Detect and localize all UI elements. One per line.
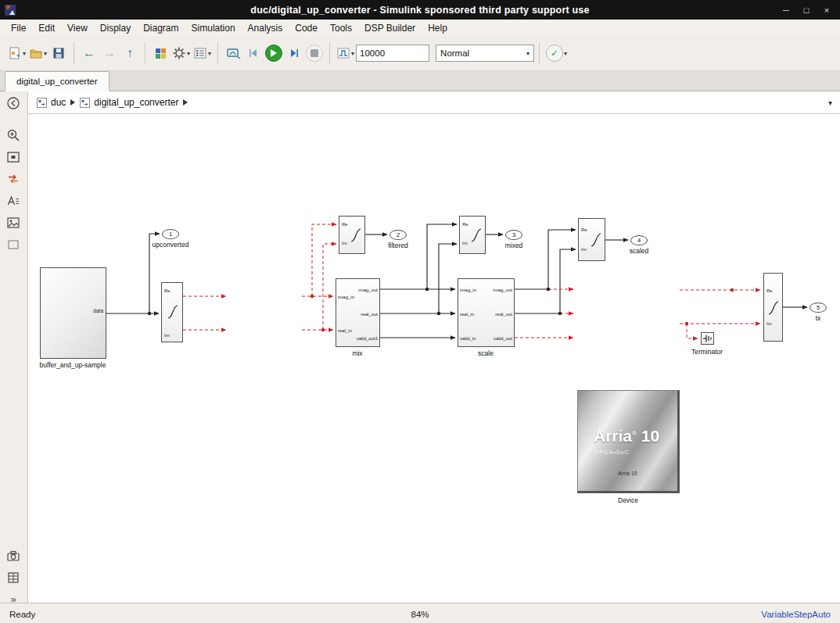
breadcrumb-dropdown-icon[interactable]: ▾ [828,98,832,107]
menu-file[interactable]: File [5,21,32,35]
mix-block[interactable]: imag_out imag_in real_out real_in valid_… [336,278,380,347]
close-button[interactable]: × [821,5,832,15]
solver-link[interactable]: VariableStepAuto [761,610,831,619]
hide-explorer-button[interactable] [5,95,21,111]
tab-digital-up-converter[interactable]: digital_up_converter [5,71,109,91]
maximize-button[interactable]: □ [801,5,812,15]
terminator-block[interactable] [701,332,714,345]
outport-3-label: mixed [475,242,553,249]
up-arrow-icon: ↑ [127,47,133,59]
step-back-icon [246,46,260,60]
menu-dsp-builder[interactable]: DSP Builder [358,21,422,35]
port-label-re: Re [462,222,468,227]
outport-2[interactable]: 2 [389,230,407,240]
outport-number: 4 [637,237,641,244]
step-back-button[interactable] [243,42,264,64]
model-advisor-button[interactable]: ✓ ▾ [544,42,569,64]
buffer-and-upsample-block[interactable]: data [40,267,106,359]
navigate-forward-button[interactable]: → [99,42,120,64]
re-im-block-tx[interactable]: Re Im [763,273,783,342]
menu-analysis[interactable]: Analysis [242,21,289,35]
run-button[interactable] [264,42,284,64]
image-button[interactable] [5,215,21,231]
block-name-buffer: buffer_and_up-sample [38,361,108,369]
menu-help[interactable]: Help [422,21,454,35]
new-model-button[interactable]: ▾ [6,42,27,64]
stop-time-input[interactable] [356,45,429,62]
breadcrumb-item-duc[interactable]: duc [34,95,68,109]
save-model-button[interactable] [48,42,69,64]
model-canvas[interactable]: data buffer_and_up-sample Re Im 1 upconv… [28,114,840,603]
menubar: File Edit View Display Diagram Simulatio… [0,20,840,36]
breadcrumb-label: digital_up_converter [94,97,178,108]
breadcrumb-item-digital-up-converter[interactable]: digital_up_converter [77,95,181,109]
outport-4[interactable]: 4 [630,235,648,245]
re-im-block-split[interactable]: Re Im [161,282,183,342]
minimize-button[interactable]: ─ [781,5,792,15]
magnifier-plus-icon [6,128,20,142]
terminator-icon [702,334,713,343]
scale-block[interactable]: imag_in real_in valid_in imag_out real_o… [458,278,515,347]
breadcrumb-separator-icon [70,99,75,106]
outport-number: 2 [397,231,400,238]
block-name-scale: scale [462,349,509,357]
main-toolbar: ▾ ▾ ← → ↑ ▾ ▾ [0,36,840,71]
port-label-im: Im [342,241,347,245]
simulink-app-icon [5,5,16,16]
forward-arrow-icon: → [103,47,116,59]
explorer-bar-button[interactable] [5,570,21,585]
menu-simulation[interactable]: Simulation [185,21,242,35]
device-brand-text: Arria® 10 [594,427,659,446]
menu-display[interactable]: Display [94,21,137,35]
shape-button[interactable] [5,237,21,252]
toolbar-separator [329,42,330,64]
device-family-text: FPGA•SoC [595,449,629,456]
zoom-in-button[interactable] [5,127,21,143]
model-settings-button[interactable]: ▾ [171,42,192,64]
dual-arrows-icon [6,172,20,186]
square-icon [6,238,20,252]
list-icon [193,46,207,60]
caret-down-icon: ▾ [23,50,26,57]
simulink-window: duc/digital_up_converter - Simulink spon… [0,0,840,623]
port-label-valid-out: valid_out [494,336,512,341]
connect-to-target-button[interactable] [223,42,243,64]
library-browser-button[interactable] [150,42,171,64]
open-model-button[interactable]: ▾ [27,42,48,64]
block-name-mix: mix [334,349,381,357]
outport-5-label: tx [779,314,840,322]
outport-3[interactable]: 3 [505,230,522,240]
outport-number: 3 [512,231,515,238]
port-label-re: Re [581,227,587,232]
toolbar-separator [74,42,74,64]
menu-edit[interactable]: Edit [32,21,61,35]
port-label-re: Re [766,288,773,293]
port-label-real-in: real_in [338,328,352,333]
stop-button[interactable] [304,42,325,64]
menu-diagram[interactable]: Diagram [137,21,185,35]
block-name-terminator: Terminator [684,348,731,356]
device-block[interactable]: Arria® 10 FPGA•SoC Arria 10 [577,390,680,493]
save-floppy-icon [52,46,66,60]
simulation-display-button[interactable]: ▾ [335,42,356,64]
tab-bar: digital_up_converter [0,71,840,91]
annotation-a-icon [6,194,20,208]
direction-arrows-button[interactable] [5,171,21,187]
menu-view[interactable]: View [61,21,94,35]
port-label-real-out: real_out [361,312,378,317]
navigate-up-button[interactable]: ↑ [120,42,140,64]
outport-5[interactable]: 5 [809,303,827,313]
model-data-editor-button[interactable]: ▾ [192,42,213,64]
navigate-back-button[interactable]: ← [79,42,99,64]
annotation-button[interactable] [5,193,21,209]
check-icon: ✓ [546,45,563,62]
fit-to-view-button[interactable] [5,149,21,165]
viewmarks-button[interactable] [5,548,21,564]
menu-code[interactable]: Code [289,21,324,35]
menu-tools[interactable]: Tools [324,21,358,35]
toolbar-separator [539,42,540,64]
transition-curve-icon [768,299,779,317]
sim-mode-select[interactable]: Normal ▾ [436,45,534,62]
outport-1[interactable]: 1 [162,229,179,239]
step-forward-button[interactable] [284,42,304,64]
